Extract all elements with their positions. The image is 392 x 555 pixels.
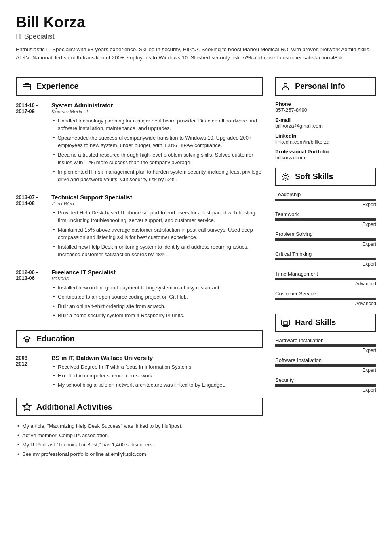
experience-item: 2014-10 -2017-09 System Administrator Ko… [16, 102, 263, 185]
skill-level: Expert [275, 202, 376, 207]
skill-bar-bg [275, 278, 376, 280]
svg-rect-11 [283, 322, 288, 324]
svg-point-6 [284, 175, 287, 178]
svg-point-5 [284, 83, 287, 86]
skill-bar-bg [275, 199, 376, 201]
education-icon [21, 333, 32, 344]
left-column: Experience 2014-10 -2017-09 System Admin… [16, 77, 263, 466]
skill-level: Expert [275, 261, 376, 267]
skill-bar-fill [275, 278, 356, 280]
edu-bullets: Received Degree in IT with a focus in In… [51, 363, 263, 389]
exp-bullets: Provided Help Desk-based IT phone suppor… [51, 209, 263, 258]
experience-title: Experience [36, 82, 79, 91]
personal-info-item: Professional Portfolio billkorza.com [275, 149, 376, 161]
resume-wrapper: Bill Korza IT Specialist Enthusiastic IT… [0, 0, 392, 480]
experience-item: 2013-07 -2014-08 Technical Support Speci… [16, 194, 263, 260]
exp-dates: 2013-07 -2014-08 [16, 194, 44, 260]
activities-list: My article, "Maximizing Help Desk Succes… [16, 422, 263, 458]
skill-bar-bg [275, 344, 376, 347]
exp-bullet: Provided Help Desk-based IT phone suppor… [51, 209, 263, 224]
skill-bar-bg [275, 258, 376, 260]
skill-bar-fill [275, 384, 371, 387]
activity-bullet: My article, "Maximizing Help Desk Succes… [16, 422, 263, 430]
skill-name: Customer Service [275, 291, 376, 297]
edu-degree: BS in IT, Baldwin Wallace University [51, 354, 263, 361]
personal-info-icon [280, 81, 291, 92]
hard-skills-header: Hard Skills [275, 314, 376, 332]
activity-bullet: My IT Podcast "Technical or Bust," has 1… [16, 441, 263, 449]
skill-level: Expert [275, 367, 376, 373]
skill-name: Problem Solving [275, 231, 376, 237]
hard-skills-section: Hard Skills Hardware Installation Expert… [275, 314, 376, 393]
personal-info-title: Personal Info [295, 82, 345, 91]
skill-name: Time Management [275, 271, 376, 277]
exp-bullets: Handled technology planning for a major … [51, 117, 263, 184]
exp-dates: 2012-06 -2013-06 [16, 269, 44, 321]
experience-icon [21, 81, 32, 92]
edu-bullet: My school blog article on network archit… [51, 381, 263, 389]
soft-skills-section: Soft Skills Leadership Expert Teamwork E… [275, 168, 376, 306]
skill-level: Expert [275, 348, 376, 353]
exp-bullet: Became a trusted resource through high-l… [51, 151, 263, 166]
exp-role: System Administrator [51, 102, 263, 109]
activities-title: Additional Activities [36, 402, 112, 411]
exp-role: Technical Support Specialist [51, 194, 263, 201]
exp-bullet: Installed new Help Desk monitoring syste… [51, 243, 263, 258]
header-section: Bill Korza IT Specialist Enthusiastic IT… [16, 14, 376, 62]
skill-item: Customer Service Advanced [275, 291, 376, 306]
personal-info-label: E-mail [275, 117, 376, 123]
skill-item: Teamwork Expert [275, 211, 376, 227]
personal-info-items: Phone 857-257-8490 E-mail billkorza@gmai… [275, 101, 376, 161]
exp-bullet: Built a home security system from 4 Rasp… [51, 312, 263, 320]
skill-bar-bg [275, 298, 376, 300]
education-title: Education [36, 334, 75, 343]
skill-item: Critical Thinking Expert [275, 251, 376, 267]
skill-bar-fill [275, 364, 371, 367]
svg-rect-0 [23, 84, 31, 90]
exp-bullet: Installed new ordering and payment-takin… [51, 284, 263, 292]
edu-content: BS in IT, Baldwin Wallace University Rec… [51, 354, 263, 390]
skill-name: Teamwork [275, 211, 376, 217]
personal-info-header: Personal Info [275, 77, 376, 96]
two-col-layout: Experience 2014-10 -2017-09 System Admin… [16, 77, 376, 466]
skill-bar-fill [275, 199, 371, 201]
exp-content: Technical Support Specialist Zero Web Pr… [51, 194, 263, 260]
skill-level: Advanced [275, 301, 376, 306]
exp-role: Freelance IT Specialist [51, 269, 263, 276]
skill-level: Advanced [275, 281, 376, 287]
skill-name: Hardware Installation [275, 337, 376, 343]
skill-item: Problem Solving Expert [275, 231, 376, 247]
skill-item: Hardware Installation Expert [275, 337, 376, 353]
skill-bar-bg [275, 218, 376, 221]
experience-item: 2012-06 -2013-06 Freelance IT Specialist… [16, 269, 263, 321]
skill-bar-fill [275, 238, 371, 241]
edu-bullet: Excelled in computer science coursework. [51, 372, 263, 380]
personal-info-label: Professional Portfolio [275, 149, 376, 155]
skill-item: Security Expert [275, 377, 376, 393]
hard-skills-items: Hardware Installation Expert Software In… [275, 337, 376, 393]
experience-header: Experience [16, 77, 263, 96]
candidate-title: IT Specialist [16, 33, 376, 41]
education-header: Education [16, 330, 263, 348]
skill-item: Time Management Advanced [275, 271, 376, 287]
activities-section: Additional Activities My article, "Maxim… [16, 398, 263, 458]
soft-skills-icon [280, 171, 291, 182]
skill-item: Leadership Expert [275, 191, 376, 207]
hard-skills-title: Hard Skills [295, 318, 336, 327]
edu-bullet: Received Degree in IT with a focus in In… [51, 363, 263, 371]
exp-bullet: Handled technology planning for a major … [51, 117, 263, 132]
exp-bullets: Installed new ordering and payment-takin… [51, 284, 263, 320]
candidate-summary: Enthusiastic IT Specialist with 6+ years… [16, 46, 376, 62]
skill-bar-bg [275, 364, 376, 367]
soft-skills-header: Soft Skills [275, 168, 376, 186]
personal-info-item: E-mail billkorza@gmail.com [275, 117, 376, 129]
svg-marker-4 [23, 403, 31, 410]
edu-dates: 2008 -2012 [16, 354, 44, 390]
skill-bar-bg [275, 238, 376, 241]
skill-bar-bg [275, 384, 376, 387]
exp-bullet: Built an online t-shirt ordering site fr… [51, 302, 263, 310]
soft-skills-items: Leadership Expert Teamwork Expert Proble… [275, 191, 376, 306]
skill-level: Expert [275, 222, 376, 227]
personal-info-label: Phone [275, 101, 376, 107]
skill-name: Security [275, 377, 376, 383]
